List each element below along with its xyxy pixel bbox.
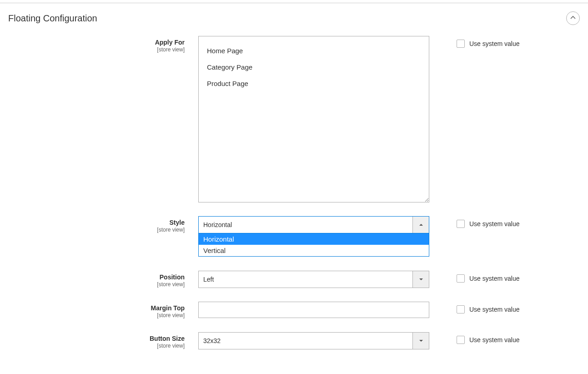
button-size-select-value: 32x32	[199, 333, 412, 349]
margin-top-use-system-label[interactable]: Use system value	[469, 306, 519, 313]
extras-col: Use system value	[429, 216, 519, 228]
triangle-down-icon	[419, 276, 423, 283]
style-select-wrap: Horizontal Horizontal Vertical	[198, 216, 429, 233]
style-option-vertical[interactable]: Vertical	[199, 245, 429, 256]
row-margin-top: Margin Top [store view] Use system value	[8, 302, 580, 318]
label-col: Button Size [store view]	[8, 332, 198, 349]
label-col: Position [store view]	[8, 271, 198, 288]
button-size-use-system-label[interactable]: Use system value	[469, 336, 519, 344]
control-col: 32x32	[198, 332, 429, 349]
style-dropdown: Horizontal Vertical	[198, 233, 429, 257]
position-scope: [store view]	[8, 281, 185, 288]
style-use-system-label[interactable]: Use system value	[469, 220, 519, 227]
apply-for-multiselect[interactable]: Home Page Category Page Product Page	[198, 36, 429, 202]
style-use-system-checkbox[interactable]	[457, 220, 465, 228]
triangle-down-icon	[419, 337, 423, 344]
label-col: Apply For [store view]	[8, 36, 198, 53]
extras-col: Use system value	[429, 332, 519, 344]
collapse-toggle-button[interactable]	[566, 11, 580, 25]
margin-top-input[interactable]	[198, 302, 429, 318]
apply-for-use-system-label[interactable]: Use system value	[469, 40, 519, 47]
apply-for-scope: [store view]	[8, 46, 185, 53]
control-col	[198, 302, 429, 318]
position-select-value: Left	[199, 271, 412, 288]
row-style: Style [store view] Horizontal Horizontal…	[8, 216, 580, 233]
apply-for-option[interactable]: Home Page	[199, 43, 429, 59]
button-size-label: Button Size	[8, 335, 185, 343]
row-position: Position [store view] Left Use system va…	[8, 271, 580, 288]
label-col: Margin Top [store view]	[8, 302, 198, 318]
top-divider	[0, 3, 588, 3]
extras-col: Use system value	[429, 36, 519, 48]
section-title: Floating Configuration	[8, 13, 97, 24]
style-select[interactable]: Horizontal	[198, 216, 429, 233]
button-size-select-arrow[interactable]	[412, 333, 429, 349]
triangle-up-icon	[419, 221, 423, 228]
button-size-select[interactable]: 32x32	[198, 332, 429, 349]
margin-top-label: Margin Top	[8, 304, 185, 312]
position-label: Position	[8, 273, 185, 281]
row-button-size: Button Size [store view] 32x32 Use syste…	[8, 332, 580, 349]
control-col: Home Page Category Page Product Page	[198, 36, 429, 202]
position-use-system-label[interactable]: Use system value	[469, 275, 519, 282]
style-select-arrow[interactable]	[412, 217, 429, 233]
form-rows: Apply For [store view] Home Page Categor…	[0, 36, 588, 359]
extras-col: Use system value	[429, 271, 519, 283]
apply-for-option[interactable]: Product Page	[199, 76, 429, 92]
label-col: Style [store view]	[8, 216, 198, 233]
margin-top-scope: [store view]	[8, 312, 185, 318]
chevron-up-icon	[570, 15, 576, 22]
style-scope: [store view]	[8, 227, 185, 233]
section-header: Floating Configuration	[0, 11, 588, 36]
apply-for-use-system-checkbox[interactable]	[457, 40, 465, 48]
button-size-use-system-checkbox[interactable]	[457, 336, 465, 344]
apply-for-option[interactable]: Category Page	[199, 59, 429, 76]
style-option-horizontal[interactable]: Horizontal	[199, 233, 429, 245]
position-select[interactable]: Left	[198, 271, 429, 288]
button-size-scope: [store view]	[8, 343, 185, 349]
position-select-arrow[interactable]	[412, 271, 429, 288]
row-gap	[8, 257, 580, 271]
style-select-value: Horizontal	[199, 217, 412, 233]
control-col: Left	[198, 271, 429, 288]
row-apply-for: Apply For [store view] Home Page Categor…	[8, 36, 580, 202]
apply-for-label: Apply For	[8, 39, 185, 46]
position-use-system-checkbox[interactable]	[457, 274, 465, 283]
control-col: Horizontal Horizontal Vertical	[198, 216, 429, 233]
style-label: Style	[8, 219, 185, 227]
margin-top-use-system-checkbox[interactable]	[457, 305, 465, 313]
extras-col: Use system value	[429, 302, 519, 313]
